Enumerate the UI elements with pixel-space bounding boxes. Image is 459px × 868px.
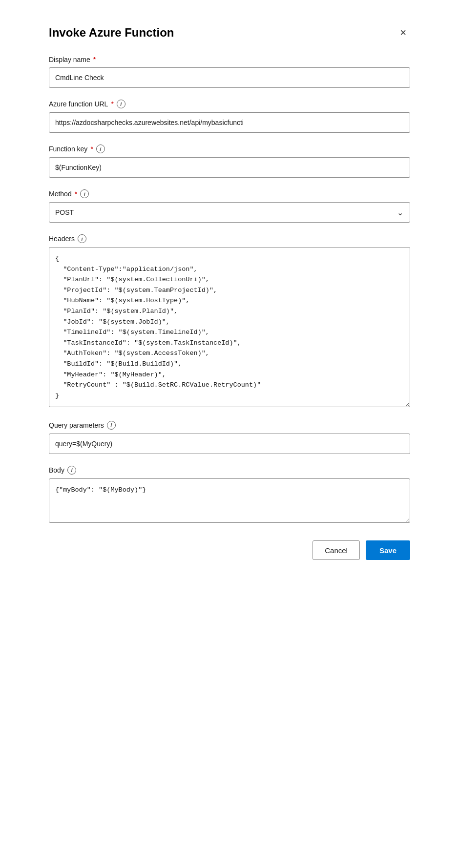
function-key-group: Function key * i: [49, 145, 410, 178]
method-label-text: Method: [49, 190, 72, 198]
save-button[interactable]: Save: [366, 540, 410, 560]
body-group: Body i {"myBody": "$(MyBody)"}: [49, 466, 410, 525]
display-name-label-text: Display name: [49, 56, 90, 63]
method-label: Method * i: [49, 189, 410, 198]
function-key-label-text: Function key: [49, 145, 87, 153]
function-key-required: *: [90, 145, 93, 153]
query-parameters-group: Query parameters i: [49, 421, 410, 454]
dialog-header: Invoke Azure Function ×: [49, 25, 410, 40]
display-name-input[interactable]: [49, 67, 410, 88]
headers-label: Headers i: [49, 234, 410, 243]
display-name-required: *: [93, 56, 96, 63]
function-key-info-icon[interactable]: i: [96, 145, 105, 153]
dialog-footer: Cancel Save: [49, 540, 410, 560]
body-textarea[interactable]: {"myBody": "$(MyBody)"}: [49, 478, 410, 523]
dialog-title: Invoke Azure Function: [49, 26, 174, 40]
method-group: Method * i POST GET PUT DELETE PATCH OPT…: [49, 189, 410, 223]
display-name-label: Display name *: [49, 56, 410, 63]
method-required: *: [75, 190, 77, 198]
headers-label-text: Headers: [49, 235, 75, 243]
query-parameters-info-icon[interactable]: i: [107, 421, 116, 430]
azure-function-url-group: Azure function URL * i: [49, 100, 410, 133]
headers-textarea[interactable]: { "Content-Type":"application/json", "Pl…: [49, 247, 410, 407]
query-parameters-label: Query parameters i: [49, 421, 410, 430]
cancel-button[interactable]: Cancel: [313, 540, 360, 560]
azure-function-url-label: Azure function URL * i: [49, 100, 410, 108]
headers-group: Headers i { "Content-Type":"application/…: [49, 234, 410, 409]
method-select-wrapper: POST GET PUT DELETE PATCH OPTIONS HEAD ⌄: [49, 202, 410, 223]
azure-function-url-required: *: [111, 100, 113, 108]
headers-info-icon[interactable]: i: [78, 234, 86, 243]
body-label-text: Body: [49, 466, 64, 474]
invoke-azure-function-dialog: Invoke Azure Function × Display name * A…: [29, 10, 430, 579]
close-button[interactable]: ×: [396, 25, 410, 40]
azure-function-url-info-icon[interactable]: i: [117, 100, 125, 108]
azure-function-url-input[interactable]: [49, 112, 410, 133]
display-name-group: Display name *: [49, 56, 410, 88]
method-select[interactable]: POST GET PUT DELETE PATCH OPTIONS HEAD: [49, 202, 410, 223]
query-parameters-input[interactable]: [49, 434, 410, 454]
method-info-icon[interactable]: i: [80, 189, 89, 198]
body-info-icon[interactable]: i: [67, 466, 76, 475]
query-parameters-label-text: Query parameters: [49, 421, 104, 429]
function-key-input[interactable]: [49, 157, 410, 178]
body-label: Body i: [49, 466, 410, 475]
function-key-label: Function key * i: [49, 145, 410, 153]
azure-function-url-label-text: Azure function URL: [49, 100, 108, 108]
